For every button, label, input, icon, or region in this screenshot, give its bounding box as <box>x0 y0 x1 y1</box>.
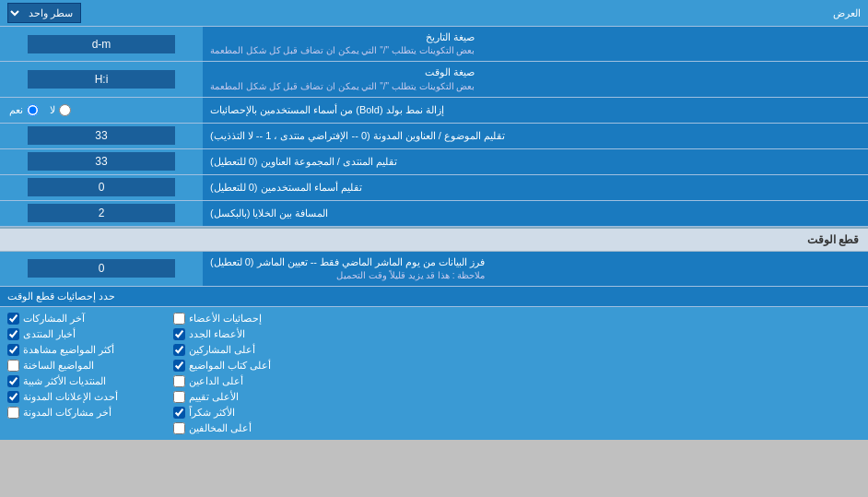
checkbox-item: إحصائيات الأعضاء <box>173 313 321 325</box>
checkbox-label: الأعضاء الجدد <box>189 328 245 340</box>
checkbox-label: المنتديات الأكثر شبية <box>23 375 106 387</box>
time-format-input-area <box>0 62 203 96</box>
checkbox-item: أعلى المخالفين <box>173 422 321 434</box>
checkbox-input[interactable] <box>173 328 185 340</box>
checkbox-item: الأعضاء الجدد <box>173 328 321 340</box>
checkbox-input[interactable] <box>173 422 185 434</box>
checkbox-input[interactable] <box>7 375 19 387</box>
checkbox-item: أحدث الإعلانات المدونة <box>7 391 155 403</box>
checkbox-input[interactable] <box>7 328 19 340</box>
checkbox-input[interactable] <box>173 407 185 419</box>
checkboxes-area: إحصائيات الأعضاء الأعضاء الجدد أعلى المش… <box>0 307 868 440</box>
checkbox-input[interactable] <box>7 344 19 356</box>
checkbox-label: آخر المشاركات <box>23 313 85 325</box>
members-input[interactable] <box>28 178 175 196</box>
checkbox-label: أعلى الداعين <box>189 375 243 387</box>
date-format-label: صيغة التاريخ بعض التكوينات يتطلب "/" الت… <box>203 27 868 61</box>
checkbox-item: الأكثر شكراً <box>173 407 321 419</box>
forum-input[interactable] <box>28 152 175 171</box>
checkbox-input[interactable] <box>173 344 185 356</box>
checkbox-input[interactable] <box>7 313 19 325</box>
checkbox-col-2: إحصائيات الأعضاء الأعضاء الجدد أعلى المش… <box>173 313 321 434</box>
checkbox-label: أخر مشاركات المدونة <box>23 407 111 419</box>
checkbox-label: أخبار المنتدى <box>23 328 76 340</box>
checkbox-label: المواضيع الساخنة <box>23 360 94 372</box>
checkbox-label: أعلى كتاب المواضيع <box>189 360 271 372</box>
members-input-area <box>0 175 203 200</box>
checkbox-input[interactable] <box>173 391 185 403</box>
checkbox-label: إحصائيات الأعضاء <box>189 313 262 325</box>
checkbox-input[interactable] <box>173 313 185 325</box>
topics-input-area <box>0 124 203 148</box>
date-format-input[interactable] <box>28 35 175 53</box>
checkbox-label: أعلى المخالفين <box>189 422 252 434</box>
checkbox-item: أكثر المواضيع مشاهدة <box>7 344 155 356</box>
cutoff-label: فرز البيانات من يوم الماشر الماضي فقط --… <box>203 252 868 286</box>
checkbox-input[interactable] <box>7 360 19 372</box>
checkbox-item: الأعلى تقييم <box>173 391 321 403</box>
bold-yes-label: نعم <box>9 104 39 116</box>
members-label: تقليم أسماء المستخدمين (0 للتعطيل) <box>203 175 868 200</box>
checkbox-item: أخبار المنتدى <box>7 328 155 340</box>
date-format-input-area <box>0 27 203 61</box>
checkbox-input[interactable] <box>7 391 19 403</box>
forum-label: تقليم المنتدى / المجموعة العناوين (0 للت… <box>203 149 868 174</box>
checkbox-input[interactable] <box>7 407 19 419</box>
lines-select[interactable]: سطر واحدسطرانثلاثة أسطر <box>7 3 81 23</box>
topics-label: تقليم الموضوع / العناوين المدونة (0 -- ا… <box>203 124 868 148</box>
bold-no-label: لا <box>50 104 71 116</box>
bold-label: إزالة نمط بولد (Bold) من أسماء المستخدمي… <box>203 98 868 123</box>
cutoff-input[interactable] <box>28 259 175 278</box>
spacing-input-area <box>0 201 203 226</box>
checkbox-label: أعلى المشاركين <box>189 344 255 356</box>
cutoff-input-area <box>0 252 203 286</box>
spacing-label: المسافة بين الخلايا (بالبكسل) <box>203 201 868 226</box>
spacing-input[interactable] <box>28 204 175 222</box>
section-cutoff-header: قطع الوقت <box>0 227 868 252</box>
checkbox-label: أحدث الإعلانات المدونة <box>23 391 118 403</box>
topics-input[interactable] <box>28 126 175 145</box>
checkbox-label: أكثر المواضيع مشاهدة <box>23 344 114 356</box>
bold-yes-radio[interactable] <box>27 104 39 116</box>
checkbox-item: أخر مشاركات المدونة <box>7 407 155 419</box>
checkbox-label: الأكثر شكراً <box>189 407 235 419</box>
checkbox-item: المواضيع الساخنة <box>7 360 155 372</box>
checkbox-col-1: آخر المشاركات أخبار المنتدى أكثر المواضي… <box>7 313 155 434</box>
checkbox-item: المنتديات الأكثر شبية <box>7 375 155 387</box>
checkbox-input[interactable] <box>173 360 185 372</box>
checkbox-item: أعلى الداعين <box>173 375 321 387</box>
page-title: العرض <box>81 7 861 19</box>
checkbox-label: الأعلى تقييم <box>189 391 239 403</box>
checkbox-item: آخر المشاركات <box>7 313 155 325</box>
time-format-input[interactable] <box>28 70 175 89</box>
forum-input-area <box>0 149 203 174</box>
time-format-label: صيغة الوقت بعض التكوينات يتطلب "/" التي … <box>203 62 868 96</box>
checkbox-item: أعلى كتاب المواضيع <box>173 360 321 372</box>
stats-limit-row: حدد إحصائيات قطع الوقت <box>0 287 868 307</box>
bold-no-radio[interactable] <box>59 104 71 116</box>
line-select-area: سطر واحدسطرانثلاثة أسطر <box>7 3 81 23</box>
bold-radio-area: لا نعم <box>0 98 203 123</box>
checkbox-input[interactable] <box>173 375 185 387</box>
checkbox-item: أعلى المشاركين <box>173 344 321 356</box>
